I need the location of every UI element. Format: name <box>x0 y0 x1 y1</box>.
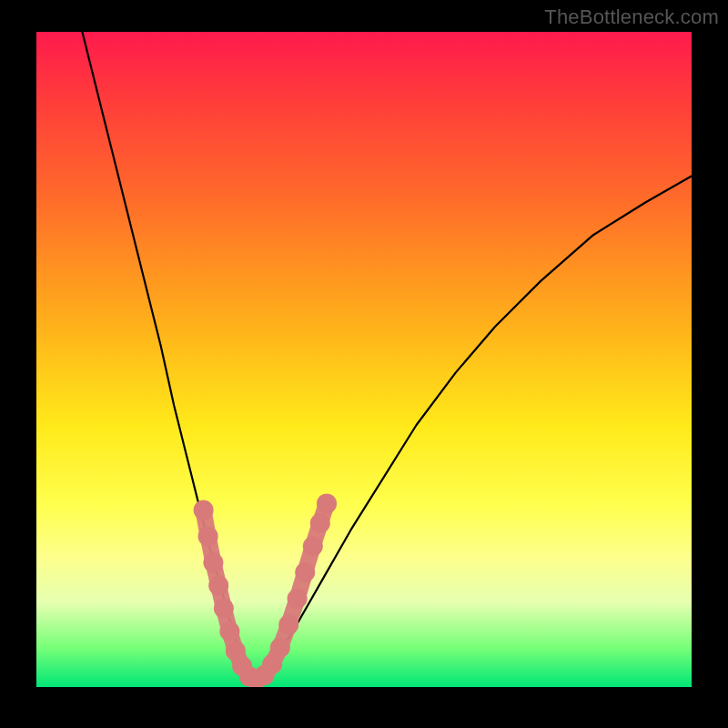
cluster-dot <box>194 500 214 521</box>
chart-svg <box>36 32 692 687</box>
cluster-dot <box>278 615 298 635</box>
cluster-dot <box>219 622 239 642</box>
cluster-dot <box>310 513 330 533</box>
cluster-dot <box>214 599 234 619</box>
cluster-dot <box>295 562 315 582</box>
watermark-text: TheBottleneck.com <box>544 5 719 29</box>
cluster-dot <box>198 526 218 546</box>
cluster-dot <box>208 575 228 595</box>
plot-area <box>36 32 692 687</box>
chart-frame: TheBottleneck.com <box>0 0 728 728</box>
cluster-dot <box>317 493 337 513</box>
bottleneck-curve <box>82 32 692 679</box>
cluster-dot <box>203 552 223 572</box>
cluster-dot <box>288 589 308 609</box>
cluster-dot <box>303 536 323 556</box>
curve-group <box>82 32 692 679</box>
cluster-dot <box>270 638 290 658</box>
